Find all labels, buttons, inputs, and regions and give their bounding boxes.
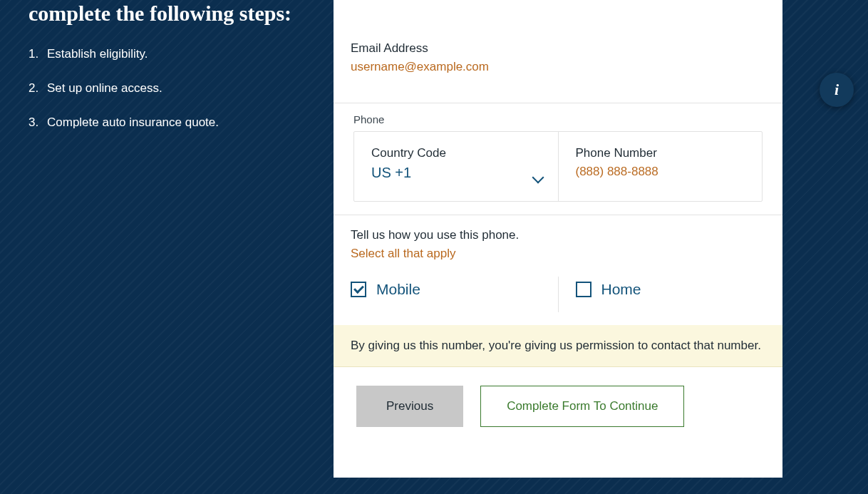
phone-number-label: Phone Number [576, 146, 745, 160]
phone-number-field[interactable]: Phone Number (888) 888-8888 [558, 132, 763, 201]
sidebar-steps: complete the following steps: Establish … [29, 0, 299, 150]
phone-number-value: (888) 888-8888 [576, 165, 745, 179]
step-item: Establish eligibility. [29, 47, 299, 61]
email-section: Email Address username@example.com [334, 0, 782, 103]
continue-button[interactable]: Complete Form To Continue [480, 386, 684, 427]
email-value[interactable]: username@example.com [351, 60, 765, 74]
country-code-label: Country Code [371, 146, 541, 160]
usage-option-label: Mobile [376, 281, 420, 298]
usage-hint: Select all that apply [351, 247, 765, 261]
checkbox-home[interactable] [576, 282, 591, 297]
info-icon[interactable]: i [820, 73, 854, 107]
usage-option-mobile[interactable]: Mobile [334, 277, 558, 312]
checkbox-mobile[interactable] [351, 282, 366, 297]
phone-section: Phone Country Code US +1 Phone Number (8… [334, 103, 782, 215]
form-actions: Previous Complete Form To Continue [334, 367, 782, 448]
usage-option-label: Home [601, 281, 641, 298]
usage-prompt: Tell us how you use this phone. [351, 228, 765, 242]
country-code-select[interactable]: Country Code US +1 [354, 132, 558, 201]
email-label: Email Address [351, 41, 765, 56]
usage-option-home[interactable]: Home [558, 277, 783, 312]
step-item: Complete auto insurance quote. [29, 115, 299, 130]
form-card: Email Address username@example.com Phone… [334, 0, 782, 478]
permission-note: By giving us this number, you're giving … [334, 325, 782, 367]
step-item: Set up online access. [29, 81, 299, 96]
phone-section-label: Phone [351, 103, 765, 131]
phone-usage-section: Tell us how you use this phone. Select a… [334, 215, 782, 325]
sidebar-heading: complete the following steps: [29, 0, 299, 27]
previous-button[interactable]: Previous [356, 386, 463, 427]
country-code-value: US +1 [371, 165, 541, 181]
